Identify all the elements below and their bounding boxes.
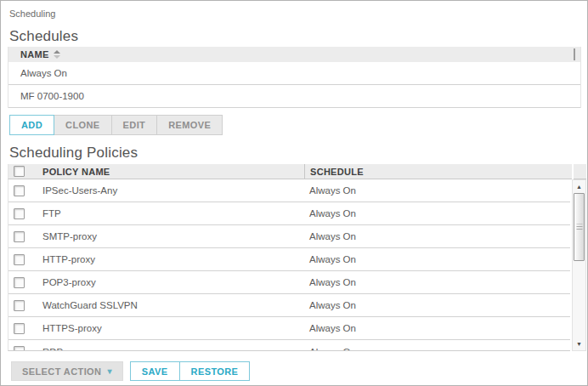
select-action-label: SELECT ACTION (22, 366, 101, 377)
clone-button[interactable]: CLONE (54, 115, 112, 135)
select-all-checkbox[interactable] (14, 166, 25, 177)
policies-header: POLICY NAME SCHEDULE (8, 164, 586, 179)
column-resize-grip[interactable] (574, 48, 575, 60)
policy-name: HTTP-proxy (36, 248, 304, 270)
schedule-name: Always On (20, 68, 67, 78)
name-column-label: NAME (20, 49, 49, 60)
remove-button[interactable]: REMOVE (156, 115, 223, 135)
add-button[interactable]: ADD (9, 115, 54, 135)
policy-schedule: Always On (304, 248, 570, 270)
row-checkbox[interactable] (14, 208, 25, 219)
policy-row: POP3-proxy Always On (8, 271, 570, 294)
policy-name: SMTP-proxy (36, 225, 304, 247)
schedules-toolbar: ADD CLONE EDIT REMOVE (9, 115, 587, 135)
scheduling-page: Scheduling Schedules NAME Always On MF 0… (0, 0, 588, 386)
row-checkbox[interactable] (14, 254, 25, 265)
row-checkbox[interactable] (14, 346, 25, 351)
scroll-down-icon[interactable]: ▼ (573, 338, 585, 349)
policy-name: RDP (36, 340, 304, 351)
row-checkbox[interactable] (14, 323, 25, 334)
policy-row: FTP Always On (8, 202, 570, 225)
policy-schedule: Always On (304, 317, 570, 339)
policy-name: IPSec-Users-Any (36, 179, 304, 202)
policy-schedule: Always On (304, 271, 570, 293)
save-button[interactable]: SAVE (130, 361, 180, 381)
scrollbar-header-cap (574, 164, 586, 179)
row-checkbox[interactable] (14, 185, 25, 196)
schedules-title: Schedules (9, 28, 587, 44)
sort-asc-icon[interactable] (54, 50, 60, 59)
policy-schedule: Always On (304, 202, 570, 224)
caret-down-icon: ▾ (107, 367, 111, 376)
policy-schedule: Always On (304, 340, 570, 351)
edit-button[interactable]: EDIT (111, 115, 158, 135)
policies-body: IPSec-Users-Any Always On FTP Always On … (8, 179, 586, 351)
schedule-name: MF 0700-1900 (20, 91, 84, 101)
policy-row: HTTPS-proxy Always On (8, 317, 570, 340)
policy-schedule: Always On (304, 179, 570, 202)
breadcrumb: Scheduling (1, 1, 587, 19)
row-checkbox[interactable] (14, 277, 25, 288)
schedules-table: NAME Always On MF 0700-1900 (8, 47, 581, 108)
row-checkbox[interactable] (14, 231, 25, 242)
policy-schedule: Always On (304, 225, 570, 247)
policy-row: HTTP-proxy Always On (8, 248, 570, 271)
policy-row: IPSec-Users-Any Always On (8, 179, 570, 202)
policy-name: FTP (36, 202, 304, 224)
schedule-row[interactable]: MF 0700-1900 (8, 85, 580, 108)
thumb-grip-icon (576, 224, 582, 230)
scroll-up-icon[interactable]: ▲ (573, 181, 585, 192)
policy-name-column-header: POLICY NAME (36, 167, 304, 177)
schedule-row[interactable]: Always On (8, 62, 580, 85)
row-checkbox[interactable] (14, 300, 25, 311)
policies-table: POLICY NAME SCHEDULE IPSec-Users-Any Alw… (8, 164, 586, 351)
policies-title: Scheduling Policies (9, 145, 587, 161)
vertical-scrollbar[interactable]: ▲ ▼ (572, 179, 586, 351)
policy-row: RDP Always On (8, 340, 570, 351)
policy-row: SMTP-proxy Always On (8, 225, 570, 248)
footer-toolbar: SELECT ACTION ▾ SAVE RESTORE (11, 361, 587, 381)
schedules-name-header[interactable]: NAME (8, 47, 580, 62)
scrollbar-thumb[interactable] (574, 193, 585, 261)
policy-name: HTTPS-proxy (36, 317, 304, 339)
policy-name: WatchGuard SSLVPN (36, 294, 304, 316)
restore-button[interactable]: RESTORE (179, 361, 251, 381)
select-action-button[interactable]: SELECT ACTION ▾ (11, 361, 123, 381)
policy-row: WatchGuard SSLVPN Always On (8, 294, 570, 317)
schedule-column-header: SCHEDULE (304, 164, 572, 179)
policy-name: POP3-proxy (36, 271, 304, 293)
policies-viewport: IPSec-Users-Any Always On FTP Always On … (8, 179, 570, 351)
policy-schedule: Always On (304, 294, 570, 316)
